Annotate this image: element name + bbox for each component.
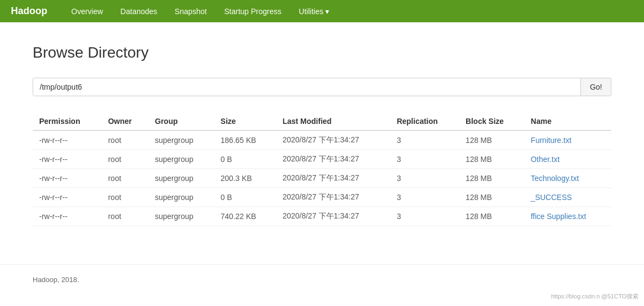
cell-group: supergroup	[148, 188, 214, 207]
col-header-replication: Replication	[390, 113, 459, 130]
cell-permission: -rw-r--r--	[33, 207, 102, 226]
cell-permission: -rw-r--r--	[33, 150, 102, 169]
table-row: -rw-r--r--rootsupergroup186.65 KB2020/8/…	[33, 130, 611, 150]
nav-item-snapshot: Snapshot	[167, 3, 214, 20]
table-row: -rw-r--r--rootsupergroup0 B2020/8/27 下午1…	[33, 188, 611, 207]
table-body: -rw-r--r--rootsupergroup186.65 KB2020/8/…	[33, 130, 611, 226]
table-row: -rw-r--r--rootsupergroup0 B2020/8/27 下午1…	[33, 150, 611, 169]
file-link[interactable]: Technology.txt	[531, 174, 579, 183]
file-link[interactable]: _SUCCESS	[531, 193, 572, 202]
search-bar: Go!	[33, 78, 611, 96]
main-content: Browse Directory Go! Permission Owner Gr…	[0, 22, 644, 253]
file-link[interactable]: Furniture.txt	[531, 136, 572, 145]
cell-size: 186.65 KB	[214, 130, 276, 150]
nav-item-utilities: Utilities ▾	[291, 3, 337, 20]
cell-last-modified: 2020/8/27 下午1:34:27	[276, 130, 390, 150]
cell-block-size: 128 MB	[459, 188, 524, 207]
footer-text: Hadoop, 2018.	[33, 276, 79, 284]
nav-link-datanodes[interactable]: Datanodes	[113, 3, 165, 20]
watermark-text: https://blog.csdn.n @51CTO搜索	[551, 293, 639, 295]
page-title: Browse Directory	[33, 44, 611, 61]
watermark: https://blog.csdn.n @51CTO搜索	[551, 292, 639, 295]
cell-block-size: 128 MB	[459, 169, 524, 188]
directory-search-input[interactable]	[33, 78, 580, 96]
file-link[interactable]: ffice Supplies.txt	[531, 212, 586, 221]
table-row: -rw-r--r--rootsupergroup740.22 KB2020/8/…	[33, 207, 611, 226]
navbar-nav: Overview Datanodes Snapshot Startup Prog…	[64, 3, 337, 20]
cell-size: 0 B	[214, 188, 276, 207]
cell-owner: root	[102, 207, 148, 226]
cell-size: 740.22 KB	[214, 207, 276, 226]
cell-replication: 3	[390, 207, 459, 226]
nav-item-startup-progress: Startup Progress	[216, 3, 289, 20]
cell-replication: 3	[390, 150, 459, 169]
cell-permission: -rw-r--r--	[33, 130, 102, 150]
nav-link-snapshot[interactable]: Snapshot	[167, 3, 214, 20]
cell-replication: 3	[390, 130, 459, 150]
go-button[interactable]: Go!	[580, 78, 611, 96]
cell-last-modified: 2020/8/27 下午1:34:27	[276, 207, 390, 226]
cell-last-modified: 2020/8/27 下午1:34:27	[276, 150, 390, 169]
header-row: Permission Owner Group Size Last Modifie…	[33, 113, 611, 130]
directory-table: Permission Owner Group Size Last Modifie…	[33, 113, 611, 226]
nav-item-overview: Overview	[64, 3, 110, 20]
navbar: Hadoop Overview Datanodes Snapshot Start…	[0, 0, 644, 22]
cell-last-modified: 2020/8/27 下午1:34:27	[276, 169, 390, 188]
file-link[interactable]: Other.txt	[531, 155, 560, 164]
col-header-name: Name	[524, 113, 611, 130]
col-header-size: Size	[214, 113, 276, 130]
cell-group: supergroup	[148, 130, 214, 150]
col-header-last-modified: Last Modified	[276, 113, 390, 130]
col-header-permission: Permission	[33, 113, 102, 130]
cell-block-size: 128 MB	[459, 130, 524, 150]
cell-size: 0 B	[214, 150, 276, 169]
cell-size: 200.3 KB	[214, 169, 276, 188]
col-header-owner: Owner	[102, 113, 148, 130]
col-header-block-size: Block Size	[459, 113, 524, 130]
cell-permission: -rw-r--r--	[33, 188, 102, 207]
nav-link-overview[interactable]: Overview	[64, 3, 110, 20]
cell-last-modified: 2020/8/27 下午1:34:27	[276, 188, 390, 207]
cell-owner: root	[102, 188, 148, 207]
navbar-brand[interactable]: Hadoop	[11, 5, 47, 17]
col-header-group: Group	[148, 113, 214, 130]
cell-block-size: 128 MB	[459, 207, 524, 226]
cell-owner: root	[102, 130, 148, 150]
chevron-down-icon: ▾	[325, 7, 329, 16]
cell-name[interactable]: ffice Supplies.txt	[524, 207, 611, 226]
cell-name[interactable]: Other.txt	[524, 150, 611, 169]
cell-group: supergroup	[148, 207, 214, 226]
cell-name[interactable]: _SUCCESS	[524, 188, 611, 207]
cell-replication: 3	[390, 169, 459, 188]
table-header: Permission Owner Group Size Last Modifie…	[33, 113, 611, 130]
table-row: -rw-r--r--rootsupergroup200.3 KB2020/8/2…	[33, 169, 611, 188]
cell-replication: 3	[390, 188, 459, 207]
cell-permission: -rw-r--r--	[33, 169, 102, 188]
nav-item-datanodes: Datanodes	[113, 3, 165, 20]
cell-group: supergroup	[148, 169, 214, 188]
cell-group: supergroup	[148, 150, 214, 169]
cell-name[interactable]: Furniture.txt	[524, 130, 611, 150]
footer: Hadoop, 2018.	[0, 264, 644, 295]
nav-link-utilities[interactable]: Utilities ▾	[291, 3, 337, 20]
nav-link-startup-progress[interactable]: Startup Progress	[216, 3, 289, 20]
cell-name[interactable]: Technology.txt	[524, 169, 611, 188]
utilities-label: Utilities	[299, 7, 323, 16]
cell-block-size: 128 MB	[459, 150, 524, 169]
cell-owner: root	[102, 150, 148, 169]
cell-owner: root	[102, 169, 148, 188]
